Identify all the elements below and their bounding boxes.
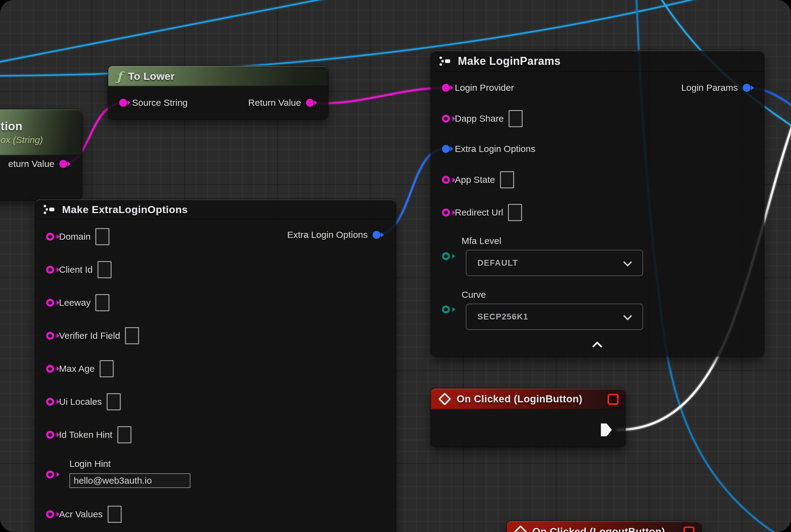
graph-canvas[interactable]: tion ox (String) eturn Value ƒ To Lower … (0, 0, 791, 532)
pin-row-max-age: Max Age (46, 361, 114, 377)
pin-row-redirect-url: Redirect Url (442, 205, 522, 221)
struct-output-pin[interactable] (743, 84, 751, 92)
node-on-clicked-login-button[interactable]: On Clicked (LoginButton) (431, 388, 625, 447)
mfa-level-label: Mfa Level (462, 236, 501, 246)
node-on-clicked-logout-header[interactable]: On Clicked (LogoutButton) (507, 521, 701, 532)
pin-row-extra-login-options-out: Extra Login Options (287, 227, 381, 243)
struct-input-pin[interactable] (442, 145, 450, 153)
node-subtitle: ox (String) (1, 135, 43, 145)
pin-label: Extra Login Options (287, 230, 368, 240)
pin-row-domain: Domain (46, 229, 110, 245)
blueprint-editor: tion ox (String) eturn Value ƒ To Lower … (0, 0, 791, 532)
verifier-id-field-checkbox[interactable] (125, 327, 139, 344)
node-title: Make LoginParams (458, 55, 561, 68)
string-output-pin[interactable] (306, 99, 314, 107)
redirect-url-checkbox[interactable] (508, 204, 522, 221)
wire-string-2 (310, 88, 444, 103)
string-input-pin[interactable] (46, 510, 54, 518)
enum-input-pin-curve[interactable] (442, 305, 450, 314)
id-token-hint-checkbox[interactable] (117, 426, 131, 443)
domain-checkbox[interactable] (95, 228, 110, 245)
pin-row-leeway: Leeway (46, 295, 110, 311)
pin-label: Ui Locales (59, 397, 102, 407)
curve-dropdown[interactable]: SECP256K1 (466, 304, 643, 330)
string-input-pin[interactable] (46, 299, 54, 307)
wire-cyan-a-glow (0, 0, 336, 63)
node-make-extra-header[interactable]: Make ExtraLoginOptions (35, 200, 396, 220)
node-to-lower-header[interactable]: ƒ To Lower (108, 66, 328, 86)
curve-value: SECP256K1 (477, 312, 528, 322)
app-state-checkbox[interactable] (500, 171, 514, 188)
string-input-pin[interactable] (442, 84, 450, 92)
string-input-pin-login-hint[interactable] (46, 471, 54, 478)
node-title: tion (1, 120, 23, 133)
string-output-pin[interactable] (59, 160, 67, 168)
make-struct-icon (42, 204, 56, 215)
node-make-login-params[interactable]: Make LoginParams Login Provider Login Pa… (431, 51, 764, 356)
event-bind-icon[interactable] (683, 527, 694, 532)
login-hint-input[interactable] (70, 473, 190, 488)
pin-row-return-value: Return Value (248, 95, 314, 111)
node-on-clicked-logout-button[interactable]: On Clicked (LogoutButton) (507, 521, 701, 532)
node-on-clicked-login-header[interactable]: On Clicked (LoginButton) (431, 388, 625, 410)
node-title: On Clicked (LoginButton) (457, 393, 582, 405)
dapp-share-checkbox[interactable] (508, 110, 523, 127)
collapse-node-chevron-icon[interactable] (592, 341, 602, 352)
pin-row-login-params-out: Login Params (681, 80, 751, 96)
string-input-pin[interactable] (119, 99, 127, 107)
node-get-text-header[interactable]: tion ox (String) (0, 110, 82, 155)
string-input-pin[interactable] (46, 431, 54, 439)
exec-output-pin[interactable] (601, 423, 612, 436)
pin-row-acr-values: Acr Values (46, 506, 122, 522)
mfa-level-dropdown[interactable]: DEFAULT (466, 250, 643, 276)
pin-label: Login Provider (455, 82, 514, 93)
pin-label: Leeway (59, 298, 91, 308)
acr-values-checkbox[interactable] (108, 506, 122, 523)
string-input-pin[interactable] (442, 115, 450, 122)
string-input-pin[interactable] (46, 398, 54, 406)
pin-label: Id Token Hint (59, 430, 113, 440)
pin-row-id-token-hint: Id Token Hint (46, 427, 131, 443)
node-to-lower[interactable]: ƒ To Lower Source String Return Value (108, 66, 328, 119)
login-hint-label: Login Hint (70, 459, 111, 469)
mfa-level-value: DEFAULT (477, 258, 518, 268)
pin-row-app-state: App State (442, 172, 514, 188)
pin-label: eturn Value (8, 159, 54, 169)
event-bind-icon[interactable] (607, 394, 619, 405)
function-icon: ƒ (117, 69, 122, 83)
node-title: On Clicked (LogoutButton) (533, 526, 665, 532)
string-input-pin[interactable] (46, 266, 54, 274)
pin-label: Client Id (59, 264, 93, 275)
pin-row-dapp-share: Dapp Share (442, 111, 523, 127)
max-age-checkbox[interactable] (100, 360, 114, 377)
pin-label: Max Age (59, 363, 95, 374)
pin-label: Source String (132, 97, 188, 108)
pin-row-client-id: Client Id (46, 262, 112, 278)
curve-label: Curve (462, 289, 486, 300)
pin-label: Redirect Url (455, 207, 503, 218)
make-struct-icon (438, 55, 452, 67)
pin-row-verifier-id-field: Verifier Id Field (46, 328, 139, 344)
node-title: To Lower (128, 70, 175, 82)
pin-row-ui-locales: Ui Locales (46, 394, 121, 410)
pin-label: Extra Login Options (455, 144, 535, 154)
node-make-extra-login-options[interactable]: Make ExtraLoginOptions Domain Extra Logi… (35, 200, 396, 532)
string-input-pin[interactable] (442, 209, 450, 216)
node-get-text-partial[interactable]: tion ox (String) eturn Value (0, 110, 82, 200)
ui-locales-checkbox[interactable] (107, 393, 121, 410)
pin-row-source-string: Source String (119, 95, 188, 111)
event-diamond-icon (438, 393, 451, 405)
pin-row-extra-login-options-in: Extra Login Options (442, 141, 535, 157)
wire-cyan-a (0, 0, 336, 63)
client-id-checkbox[interactable] (97, 261, 112, 278)
string-input-pin[interactable] (442, 176, 450, 184)
pin-label: Return Value (248, 97, 301, 108)
leeway-checkbox[interactable] (95, 294, 110, 311)
enum-input-pin-mfa[interactable] (442, 252, 450, 260)
pin-label: Login Params (681, 82, 738, 93)
struct-output-pin[interactable] (372, 231, 381, 239)
string-input-pin[interactable] (46, 332, 54, 340)
string-input-pin[interactable] (46, 365, 54, 373)
node-make-login-params-header[interactable]: Make LoginParams (431, 51, 764, 72)
string-input-pin[interactable] (46, 233, 54, 241)
